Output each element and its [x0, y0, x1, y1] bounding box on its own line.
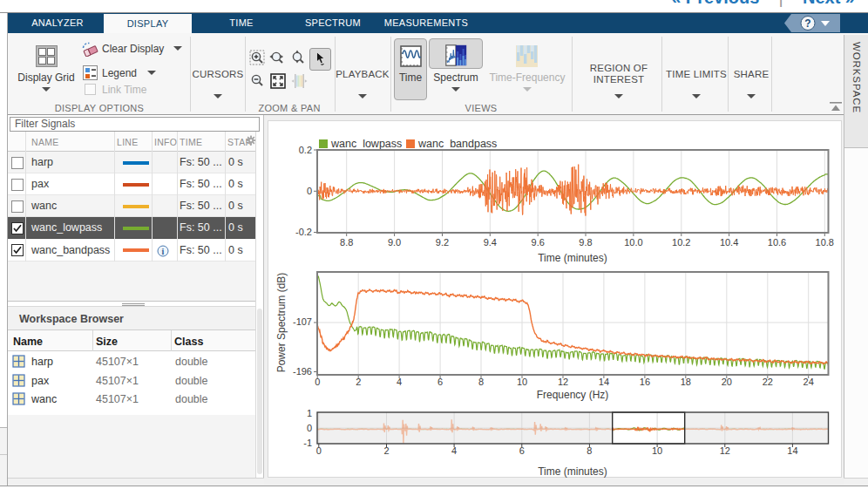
svg-text:?: ? [804, 17, 810, 30]
svg-text:i: i [162, 246, 165, 255]
